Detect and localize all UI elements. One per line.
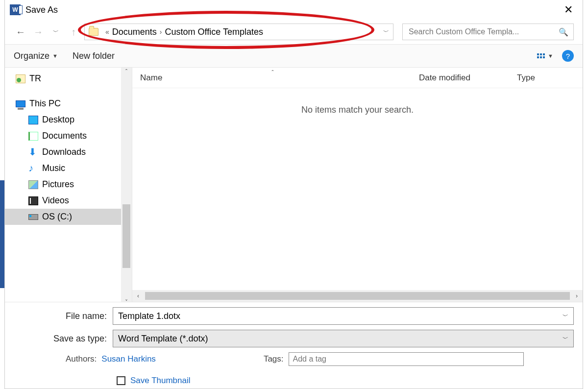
sidebar-scrollbar[interactable]: ˆ ˬ [121,68,132,302]
tags-input[interactable] [289,352,524,366]
scroll-thumb[interactable] [122,204,130,268]
help-button[interactable]: ? [562,50,574,62]
tree-item-os-c[interactable]: OS (C:) [5,209,132,225]
column-headers: Name ˆ Date modified Type [132,68,583,88]
folder-check-icon [16,74,25,83]
desktop-icon [28,116,38,124]
address-bar[interactable]: « Documents › Custom Office Templates ﹀ [84,24,393,40]
videos-icon [28,196,38,205]
pictures-icon [28,180,38,189]
save-as-dialog: W Save As ✕ ← → ﹀ ↑ « Documents › Custom… [4,0,583,389]
tree-label: Music [42,163,65,173]
drive-icon [28,214,38,220]
downloads-icon: ⬇ [28,148,38,157]
hscroll-thumb[interactable] [145,292,570,300]
search-box[interactable]: 🔍 [402,24,574,40]
column-name-label: Name [140,73,162,82]
filename-value: Template 1.dotx [118,311,180,321]
tree-item-music[interactable]: ♪Music [5,160,132,176]
organize-label: Organize [14,51,49,61]
word-icon: W [10,4,21,15]
file-list-pane: Name ˆ Date modified Type No items match… [132,68,583,302]
scroll-right-icon[interactable]: › [571,290,583,302]
music-icon: ♪ [28,164,38,173]
pc-icon [16,100,25,107]
save-form: File name: Template 1.dotx ﹀ Save as typ… [5,302,583,389]
tree-item-this-pc[interactable]: This PC [5,96,132,112]
tree-item-downloads[interactable]: ⬇Downloads [5,144,132,160]
tree-item-pictures[interactable]: Pictures [5,176,132,193]
file-list-hscroll[interactable]: ‹ › [132,290,583,302]
scroll-up-icon[interactable]: ˆ [121,69,132,75]
tree-item-tr[interactable]: TR [5,71,132,87]
column-name[interactable]: Name ˆ [132,73,411,83]
column-date-label: Date modified [419,73,470,82]
breadcrumb-parent[interactable]: Documents [112,27,157,37]
save-thumbnail-label[interactable]: Save Thumbnail [130,376,191,386]
tags-label: Tags: [264,354,284,364]
authors-label: Authors: [66,354,97,364]
breadcrumb-current[interactable]: Custom Office Templates [165,27,263,37]
scroll-down-icon[interactable]: ˬ [121,294,132,301]
window-title: Save As [25,5,58,15]
tree-label: Documents [42,131,87,141]
filename-label: File name: [14,311,107,321]
chevron-down-icon[interactable]: ﹀ [563,312,568,320]
column-date[interactable]: Date modified [411,73,509,83]
save-thumbnail-checkbox[interactable] [117,376,125,385]
savetype-select[interactable]: Word Template (*.dotx) ﹀ [113,330,574,347]
empty-message: No items match your search. [132,105,583,115]
nav-row: ← → ﹀ ↑ « Documents › Custom Office Temp… [5,20,583,44]
documents-icon [28,132,38,141]
chevron-down-icon[interactable]: ﹀ [563,335,568,343]
chevron-down-icon: ▼ [548,53,553,59]
tree-label: TR [29,73,41,84]
tree-item-documents[interactable]: Documents [5,128,132,144]
view-grid-icon [537,53,545,58]
tree-label: Pictures [42,179,74,190]
new-folder-label: New folder [73,51,115,61]
nav-up-button[interactable]: ↑ [67,25,80,39]
tree-label: This PC [29,98,61,109]
column-type-label: Type [517,73,535,82]
tree-item-videos[interactable]: Videos [5,193,132,209]
folder-icon [89,28,98,36]
tree-label: OS (C:) [42,212,72,222]
sidebar-tree: TR This PC Desktop Documents ⬇Downloads … [5,68,132,302]
main-pane: TR This PC Desktop Documents ⬇Downloads … [5,68,583,302]
tree-label: Desktop [42,115,74,125]
nav-recent-dropdown[interactable]: ﹀ [49,25,63,39]
sort-indicator-icon: ˆ [272,70,274,76]
titlebar: W Save As ✕ [5,0,583,20]
view-options-button[interactable]: ▼ [537,53,553,59]
nav-back-button[interactable]: ← [14,25,27,39]
organize-button[interactable]: Organize ▼ [14,51,58,61]
toolbar: Organize ▼ New folder ▼ ? [5,44,583,68]
search-input[interactable] [408,27,559,37]
filename-input[interactable]: Template 1.dotx ﹀ [113,307,574,325]
app-left-edge [0,180,4,288]
savetype-value: Word Template (*.dotx) [118,334,208,344]
scroll-left-icon[interactable]: ‹ [132,290,144,302]
savetype-label: Save as type: [14,334,107,344]
tree-label: Videos [42,195,69,206]
tree-label: Downloads [42,147,86,157]
chevron-icon: « [105,28,109,36]
search-icon[interactable]: 🔍 [559,27,568,37]
column-type[interactable]: Type [509,73,583,83]
close-button[interactable]: ✕ [559,1,578,18]
nav-forward-button[interactable]: → [31,25,45,39]
authors-value[interactable]: Susan Harkins [101,354,156,364]
chevron-down-icon: ▼ [52,53,58,59]
chevron-right-icon: › [160,28,162,36]
address-dropdown[interactable]: ﹀ [383,28,389,36]
new-folder-button[interactable]: New folder [73,51,115,61]
tree-item-desktop[interactable]: Desktop [5,112,132,128]
